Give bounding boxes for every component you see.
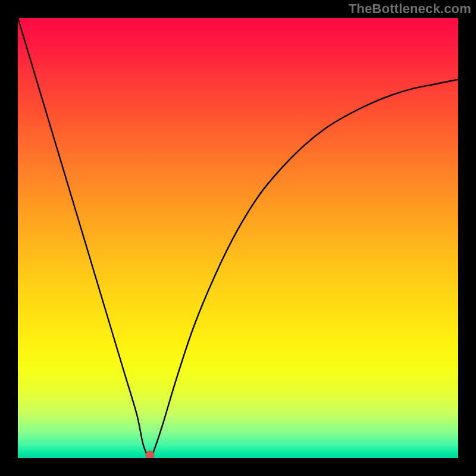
optimal-point-marker xyxy=(146,451,155,459)
watermark-text: TheBottleneck.com xyxy=(349,1,471,17)
chart-frame: TheBottleneck.com xyxy=(0,0,476,476)
curve-path xyxy=(18,18,458,458)
bottleneck-curve xyxy=(18,18,458,458)
plot-area xyxy=(18,18,458,458)
